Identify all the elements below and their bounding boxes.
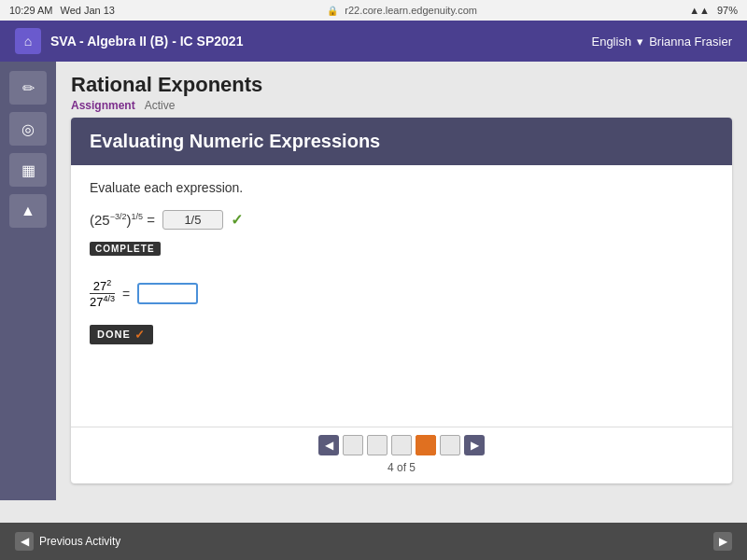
status-bar: 10:29 AM Wed Jan 13 r22.core.learn.edgen… (0, 0, 747, 21)
instruction: Evaluate each expression. (90, 180, 713, 195)
pagination: ◀ ▶ (71, 427, 732, 459)
app-title: SVA - Algebra II (B) - IC SP2021 (50, 34, 243, 49)
equals-sign: = (122, 287, 130, 301)
battery-display: 97% (717, 5, 738, 16)
done-section: DONE ✓ (90, 317, 713, 344)
expression1-row: (25−3/2)1/5 = ✓ (90, 210, 713, 230)
page-title-section: Rational Exponents Assignment Active (71, 73, 732, 112)
page-counter: 4 of 5 (71, 461, 732, 474)
user-name: Brianna Frasier (649, 35, 732, 49)
expression1-input[interactable] (162, 210, 223, 230)
page-box-3[interactable] (391, 435, 412, 455)
expression2-section: 272 274/3 = (90, 278, 713, 310)
bottom-bar: ◀ Previous Activity ▶ (0, 523, 747, 560)
done-check-icon: ✓ (134, 328, 146, 342)
sidebar-up-button[interactable]: ▲ (9, 194, 47, 228)
breadcrumb-assignment: Assignment (71, 99, 135, 112)
page-title: Rational Exponents (71, 73, 732, 97)
card-body: Evaluate each expression. (25−3/2)1/5 = … (71, 165, 732, 427)
checkmark-icon: ✓ (231, 211, 243, 229)
frac-denominator: 274/3 (90, 294, 115, 309)
time-display: 10:29 AM (9, 5, 52, 16)
breadcrumb: Assignment Active (71, 99, 732, 112)
sidebar: ✏ ◎ ▦ ▲ (0, 62, 56, 500)
page-box-1[interactable] (343, 435, 363, 455)
sidebar-headphone-button[interactable]: ◎ (9, 112, 47, 146)
done-button[interactable]: DONE ✓ (90, 325, 153, 344)
wifi-icon: ▲▲ (689, 5, 710, 16)
prev-page-button[interactable]: ◀ (318, 435, 339, 455)
chevron-down-icon (635, 35, 643, 49)
next-page-button[interactable]: ▶ (464, 435, 485, 455)
main-layout: ✏ ◎ ▦ ▲ Rational Exponents Assignment Ac… (0, 62, 747, 500)
sidebar-pencil-button[interactable]: ✏ (9, 71, 47, 105)
frac-numerator: 272 (93, 278, 111, 293)
card: Evaluating Numeric Expressions Evaluate … (71, 118, 732, 483)
expression2-input[interactable] (137, 283, 198, 304)
content-area: Rational Exponents Assignment Active Eva… (56, 62, 747, 500)
fraction-display: 272 274/3 (90, 278, 115, 310)
url-display: r22.core.learn.edgenuity.com (327, 5, 477, 16)
next-icon[interactable]: ▶ (713, 532, 732, 551)
date-display: Wed Jan 13 (60, 5, 115, 16)
prev-activity-button[interactable]: ◀ Previous Activity (15, 532, 120, 551)
page-box-5[interactable] (440, 435, 460, 455)
lock-icon (327, 5, 342, 16)
language-selector[interactable]: English (591, 35, 643, 49)
card-header: Evaluating Numeric Expressions (71, 118, 732, 165)
app-header: ⌂ SVA - Algebra II (B) - IC SP2021 Engli… (0, 21, 747, 62)
page-box-2[interactable] (367, 435, 388, 455)
expression1-math: (25−3/2)1/5 = (90, 212, 155, 228)
prev-icon: ◀ (15, 532, 34, 551)
breadcrumb-status: Active (145, 99, 176, 112)
sidebar-calendar-button[interactable]: ▦ (9, 153, 47, 187)
complete-badge: COMPLETE (90, 239, 713, 265)
expression2-row: 272 274/3 = (90, 278, 198, 310)
home-button[interactable]: ⌂ (15, 28, 41, 54)
page-box-4[interactable] (416, 435, 436, 455)
card-header-title: Evaluating Numeric Expressions (90, 131, 713, 152)
